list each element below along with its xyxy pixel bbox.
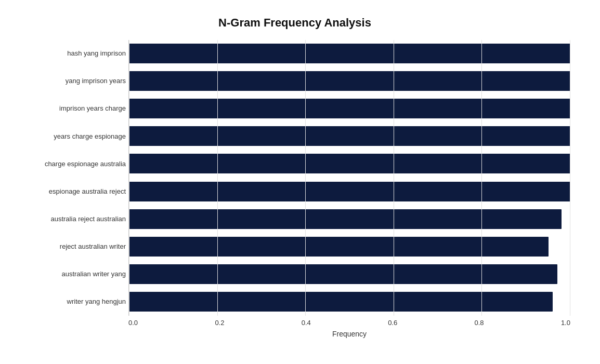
x-tick: 1.0 <box>561 319 570 327</box>
bar <box>129 44 570 63</box>
x-axis-label: Frequency <box>128 330 570 338</box>
y-label: yang imprison years <box>19 77 126 85</box>
bar-row <box>129 125 570 147</box>
y-label: years charge espionage <box>19 132 126 141</box>
bar-row <box>129 152 570 175</box>
x-axis: 0.00.20.40.60.81.0 Frequency <box>128 316 570 338</box>
chart-title: N-Gram Frequency Analysis <box>19 16 570 30</box>
y-label: reject australian writer <box>19 242 126 251</box>
y-label: espionage australia reject <box>19 187 126 196</box>
x-ticks: 0.00.20.40.60.81.0 <box>128 316 570 328</box>
bar-row <box>129 263 570 286</box>
plot-area <box>128 40 570 316</box>
y-label: hash yang imprison <box>19 49 126 58</box>
chart-container: N-Gram Frequency Analysis hash yang impr… <box>14 6 586 359</box>
y-label: australian writer yang <box>19 270 126 278</box>
x-tick: 0.4 <box>302 319 311 327</box>
chart-body: hash yang imprisonyang imprison yearsimp… <box>19 40 570 338</box>
bar-row <box>129 235 570 258</box>
y-label: charge espionage australia <box>19 160 126 168</box>
x-tick: 0.2 <box>215 319 224 327</box>
x-tick: 0.0 <box>128 319 138 327</box>
bar-row <box>129 180 570 203</box>
bar-row <box>129 97 570 120</box>
bar <box>129 71 570 91</box>
bar <box>129 126 570 146</box>
bar-row <box>129 42 570 65</box>
bar <box>129 264 557 284</box>
bar <box>129 182 570 201</box>
y-label: australia reject australian <box>19 215 126 223</box>
bars-area: hash yang imprisonyang imprison yearsimp… <box>19 40 570 316</box>
y-label: writer yang hengjun <box>19 298 126 306</box>
y-label: imprison years charge <box>19 104 126 113</box>
y-labels: hash yang imprisonyang imprison yearsimp… <box>19 40 128 316</box>
bar <box>129 237 549 257</box>
bar <box>129 209 562 229</box>
bar-row <box>129 208 570 231</box>
x-tick: 0.8 <box>475 319 484 327</box>
x-tick: 0.6 <box>388 319 397 327</box>
bar <box>129 154 570 173</box>
bar <box>129 99 570 118</box>
bar-row <box>129 70 570 92</box>
bar <box>129 292 553 312</box>
bar-row <box>129 290 570 313</box>
